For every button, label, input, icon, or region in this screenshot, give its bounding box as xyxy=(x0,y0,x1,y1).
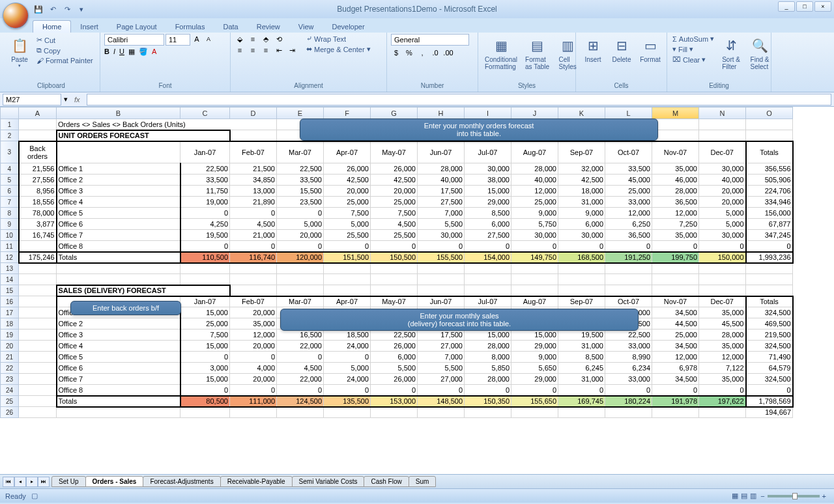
status-bar: Ready ▢ ▦ ▤ ▥ − + xyxy=(0,488,834,503)
zoom-slider[interactable] xyxy=(768,495,820,497)
ribbon-tab-insert[interactable]: Insert xyxy=(71,21,108,33)
name-box[interactable]: M27 xyxy=(3,94,61,105)
callout-back-orders: Enter back orders b/f xyxy=(70,301,181,315)
fill-color-button[interactable]: 🪣 xyxy=(139,48,148,56)
decrease-indent-icon[interactable]: ⇤ xyxy=(274,45,284,55)
currency-icon[interactable]: $ xyxy=(391,48,401,58)
macro-record-icon[interactable]: ▢ xyxy=(31,492,38,500)
copy-button[interactable]: ⧉ Copy xyxy=(35,46,94,55)
decrease-font-icon[interactable]: A xyxy=(203,34,214,44)
number-format-select[interactable]: General xyxy=(391,34,469,46)
sort-filter-button[interactable]: ⇵Sort & Filter xyxy=(718,34,744,72)
sheet-tab[interactable]: Sum xyxy=(409,476,437,487)
page-break-view-icon[interactable]: ▥ xyxy=(750,492,756,500)
percent-icon[interactable]: % xyxy=(404,48,414,58)
decrease-decimal-icon[interactable]: .00 xyxy=(443,48,453,58)
align-left-icon[interactable]: ≡ xyxy=(235,45,245,55)
callout-sales-forecast: Enter your monthly sales (delivery) fore… xyxy=(280,309,639,331)
ribbon-tab-home[interactable]: Home xyxy=(33,20,71,33)
fx-icon[interactable]: fx xyxy=(70,96,84,104)
sheet-tab[interactable]: Cash Flow xyxy=(364,476,409,487)
window-title: Budget Presentations1Demo - Microsoft Ex… xyxy=(337,5,496,14)
tab-nav-prev-icon[interactable]: ◂ xyxy=(14,477,26,487)
font-name-select[interactable]: Calibri xyxy=(104,34,164,46)
align-bottom-icon[interactable]: ⬘ xyxy=(261,34,271,44)
increase-indent-icon[interactable]: ⇥ xyxy=(287,45,297,55)
close-button[interactable]: × xyxy=(814,1,831,12)
page-layout-view-icon[interactable]: ▤ xyxy=(741,492,747,500)
zoom-out-icon[interactable]: − xyxy=(760,492,764,500)
ribbon-tab-review[interactable]: Review xyxy=(248,21,289,33)
ribbon-tab-page-layout[interactable]: Page Layout xyxy=(108,21,166,33)
align-right-icon[interactable]: ≡ xyxy=(261,45,271,55)
zoom-in-icon[interactable]: + xyxy=(822,492,826,500)
paste-button[interactable]: 📋Paste▾ xyxy=(7,34,33,70)
align-center-icon[interactable]: ≡ xyxy=(248,45,258,55)
font-group-label: Font xyxy=(104,81,226,91)
sheet-tab[interactable]: Set Up xyxy=(51,476,86,487)
maximize-button[interactable]: □ xyxy=(796,1,813,12)
qat-dropdown-icon[interactable]: ▾ xyxy=(76,3,87,15)
formula-bar: M27 ▾ fx xyxy=(0,92,834,107)
ribbon-tab-view[interactable]: View xyxy=(289,21,323,33)
cut-button[interactable]: ✂ Cut xyxy=(35,35,94,45)
quick-access-toolbar: 💾 ↶ ↷ ▾ xyxy=(33,3,87,15)
undo-icon[interactable]: ↶ xyxy=(47,3,59,15)
sheet-tab[interactable]: Orders - Sales xyxy=(85,476,144,487)
ribbon-tabs: HomeInsertPage LayoutFormulasDataReviewV… xyxy=(33,18,834,33)
callout-orders-forecast: Enter your monthly orders forecast into … xyxy=(300,119,658,141)
formula-input[interactable] xyxy=(87,94,831,105)
merge-center-button[interactable]: ⬌ Merge & Center ▾ xyxy=(305,44,372,54)
ribbon-tab-developer[interactable]: Developer xyxy=(323,21,373,33)
ribbon-tab-data[interactable]: Data xyxy=(214,21,247,33)
format-as-table-button[interactable]: ▤Format as Table xyxy=(523,34,552,72)
tab-nav-last-icon[interactable]: ⏭ xyxy=(38,477,50,487)
minimize-button[interactable]: _ xyxy=(778,1,795,12)
alignment-group-label: Alignment xyxy=(235,81,382,91)
increase-decimal-icon[interactable]: .0 xyxy=(430,48,440,58)
font-size-select[interactable]: 11 xyxy=(165,34,190,46)
number-group-label: Number xyxy=(391,81,474,91)
conditional-formatting-button[interactable]: ▦Conditional Formatting xyxy=(482,34,520,72)
format-painter-button[interactable]: 🖌 Format Painter xyxy=(35,56,94,65)
save-icon[interactable]: 💾 xyxy=(33,3,44,15)
clear-button[interactable]: ⌧ Clear ▾ xyxy=(671,55,715,64)
styles-group-label: Styles xyxy=(482,81,571,91)
fill-button[interactable]: ▾ Fill ▾ xyxy=(671,44,715,54)
border-button[interactable]: ▦ xyxy=(128,48,135,56)
redo-icon[interactable]: ↷ xyxy=(61,3,73,15)
tab-nav-first-icon[interactable]: ⏮ xyxy=(3,477,14,487)
align-middle-icon[interactable]: ≡ xyxy=(248,34,258,44)
find-select-button[interactable]: 🔍Find & Select xyxy=(747,34,773,72)
sheet-tab[interactable]: Forecast-Adjustments xyxy=(143,476,220,487)
format-cells-button[interactable]: ▭Format xyxy=(637,34,663,64)
editing-group-label: Editing xyxy=(671,81,767,91)
delete-cells-button[interactable]: ⊟Delete xyxy=(609,34,635,64)
status-label: Ready xyxy=(5,492,26,500)
wrap-text-button[interactable]: ⤶ Wrap Text xyxy=(305,34,372,44)
ribbon: 📋Paste▾ ✂ Cut ⧉ Copy 🖌 Format Painter Cl… xyxy=(0,33,834,92)
font-color-button[interactable]: A xyxy=(152,48,156,56)
worksheet-grid[interactable]: ABCDEFGHIJKLMNO1Orders <> Sales <> Back … xyxy=(0,107,834,474)
italic-button[interactable]: I xyxy=(113,48,115,56)
autosum-button[interactable]: Σ AutoSum ▾ xyxy=(671,34,715,44)
orientation-icon[interactable]: ⟲ xyxy=(274,34,284,44)
clipboard-group-label: Clipboard xyxy=(7,81,96,91)
comma-icon[interactable]: , xyxy=(417,48,427,58)
sheet-tab[interactable]: Semi Variable Costs xyxy=(292,476,365,487)
cells-group-label: Cells xyxy=(580,81,663,91)
title-bar: 💾 ↶ ↷ ▾ Budget Presentations1Demo - Micr… xyxy=(0,0,834,18)
align-top-icon[interactable]: ⬙ xyxy=(235,34,245,44)
sheet-tab-bar: ⏮ ◂ ▸ ⏭ Set UpOrders - SalesForecast-Adj… xyxy=(0,474,834,488)
office-button[interactable] xyxy=(3,3,29,29)
underline-button[interactable]: U xyxy=(119,48,124,56)
namebox-dropdown-icon[interactable]: ▾ xyxy=(64,95,68,104)
insert-cells-button[interactable]: ⊞Insert xyxy=(580,34,606,64)
ribbon-tab-formulas[interactable]: Formulas xyxy=(166,21,214,33)
bold-button[interactable]: B xyxy=(104,48,109,56)
tab-nav-next-icon[interactable]: ▸ xyxy=(26,477,38,487)
normal-view-icon[interactable]: ▦ xyxy=(732,492,738,500)
sheet-tab[interactable]: Receivable-Payable xyxy=(220,476,293,487)
increase-font-icon[interactable]: A xyxy=(192,34,202,44)
